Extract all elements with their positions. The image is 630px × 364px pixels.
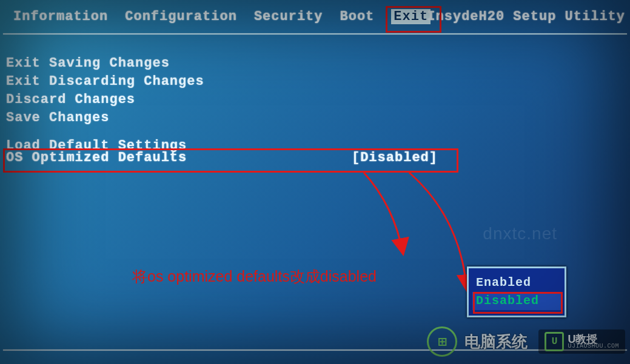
menu-tabs: Information Configuration Security Boot … bbox=[13, 9, 431, 24]
utility-title: InsydeH20 Setup Utility bbox=[427, 9, 625, 24]
watermark-area: ⊞ 电脑系统 U U教授 UJIAOSHOU.COM bbox=[427, 326, 625, 357]
opt-exit-saving[interactable]: Exit Saving Changes bbox=[6, 55, 204, 73]
opt-exit-discarding[interactable]: Exit Discarding Changes bbox=[6, 73, 204, 91]
value-popup[interactable]: Enabled Disabled bbox=[467, 266, 566, 317]
watermark-circle-icon: ⊞ bbox=[427, 326, 457, 357]
opt-os-optimized-label: OS Optimized Defaults bbox=[6, 150, 187, 165]
tab-configuration[interactable]: Configuration bbox=[125, 9, 237, 24]
opt-os-optimized-row[interactable]: OS Optimized Defaults [Disabled] bbox=[6, 150, 455, 165]
watermark-brand2-sub: UJIAOSHOU.COM bbox=[568, 343, 619, 349]
watermark-faint: dnxtc.net bbox=[483, 224, 557, 243]
popup-opt-enabled[interactable]: Enabled bbox=[472, 274, 561, 292]
arrow-annotation-1 bbox=[346, 170, 449, 266]
opt-save-changes[interactable]: Save Changes bbox=[6, 109, 204, 127]
exit-options: Exit Saving Changes Exit Discarding Chan… bbox=[6, 55, 204, 155]
tab-boot[interactable]: Boot bbox=[340, 9, 375, 24]
bios-screen: Information Configuration Security Boot … bbox=[0, 0, 630, 364]
divider-top bbox=[3, 33, 627, 35]
annotation-text: 将os optimized defaults改成disabled bbox=[132, 266, 377, 286]
opt-os-optimized-value: [Disabled] bbox=[352, 150, 455, 165]
tab-exit[interactable]: Exit bbox=[391, 9, 431, 24]
opt-discard-changes[interactable]: Discard Changes bbox=[6, 91, 204, 109]
watermark-brand2-box: U U教授 UJIAOSHOU.COM bbox=[538, 329, 625, 354]
tab-information[interactable]: Information bbox=[13, 9, 108, 24]
tab-security[interactable]: Security bbox=[254, 9, 323, 24]
watermark-u-icon: U bbox=[545, 332, 564, 351]
popup-opt-disabled[interactable]: Disabled bbox=[472, 292, 561, 310]
watermark-brand1: 电脑系统 bbox=[464, 331, 528, 352]
